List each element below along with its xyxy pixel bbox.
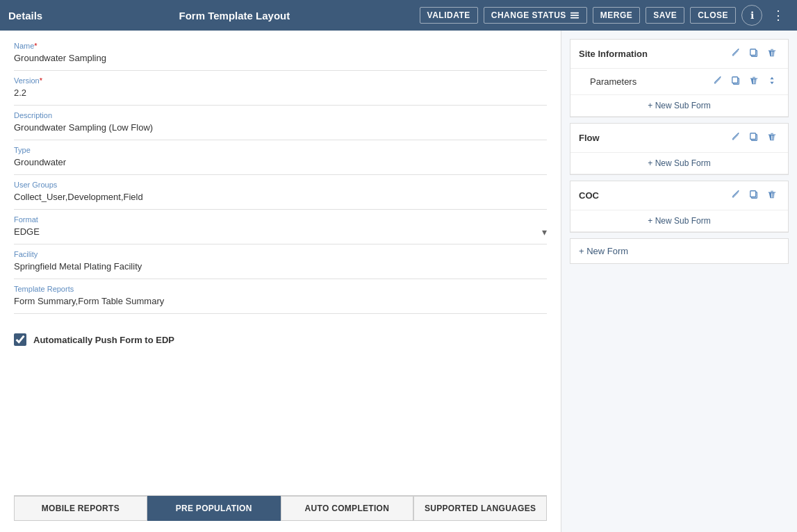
copy-parameters-button[interactable] [728,74,743,89]
copy-flow-button[interactable] [746,131,762,145]
tab-mobile-reports[interactable]: MOBILE REPORTS [14,496,147,521]
left-panel: Name* Groundwater Sampling Version* 2.2 … [0,31,561,532]
form-card-flow: Flow + New Sub Form [570,123,789,175]
edit-site-information-button[interactable] [728,47,743,61]
form-header-flow: Flow [570,124,788,153]
svg-rect-6 [732,77,738,83]
sub-form-actions-parameters [710,74,780,89]
svg-rect-4 [750,49,756,56]
bottom-tabs: MOBILE REPORTS PRE POPULATION AUTO COMPL… [14,495,547,521]
sub-form-name-parameters: Parameters [590,76,636,87]
template-reports-label: Template Reports [14,285,547,293]
facility-field-group: Facility Springfield Metal Plating Facil… [14,250,547,279]
pencil-icon-params [713,76,723,85]
edit-flow-button[interactable] [728,131,743,145]
sub-form-row-parameters: Parameters [570,69,788,95]
change-status-icon [570,10,580,20]
name-label: Name* [14,42,547,50]
description-value: Groundwater Sampling (Low Flow) [14,121,547,134]
copy-icon-flow [749,132,759,142]
auto-push-checkbox-row: Automatically Push Form to EDP [14,333,547,346]
format-value: EDGE [14,225,40,238]
info-button[interactable]: ℹ [741,5,762,26]
type-label: Type [14,146,547,154]
format-label: Format [14,215,547,224]
form-name-flow: Flow [579,133,600,143]
header-title-center: Form Template Layout [55,10,413,22]
pencil-icon [731,48,741,58]
edit-coc-button[interactable] [728,188,743,203]
trash-icon-params [749,76,759,85]
description-field-group: Description Groundwater Sampling (Low Fl… [14,111,547,140]
form-header-coc: COC [570,181,788,210]
copy-icon [749,48,759,58]
delete-site-information-button[interactable] [764,47,780,61]
format-select-row: EDGE ▾ [14,225,547,238]
new-sub-form-button-site-information[interactable]: + New Sub Form [570,95,788,117]
pencil-icon-coc [731,190,741,199]
trash-icon-coc [767,190,777,199]
tab-auto-completion[interactable]: AUTO COMPLETION [281,496,414,521]
name-value: Groundwater Sampling [14,51,547,65]
user-groups-label: User Groups [14,181,547,189]
new-sub-form-button-coc[interactable]: + New Sub Form [570,210,788,232]
new-sub-form-button-flow[interactable]: + New Sub Form [570,153,788,174]
form-name-coc: COC [579,190,599,201]
more-menu-button[interactable]: ⋮ [768,5,789,26]
trash-icon-flow [767,132,777,142]
save-button[interactable]: SAVE [646,7,684,24]
form-name-site-information: Site Information [579,49,648,59]
user-groups-value: Collect_User,Development,Field [14,190,547,203]
change-status-button[interactable]: CHANGE STATUS [484,7,587,24]
form-actions-site-information [728,47,780,61]
type-field-group: Type Groundwater [14,146,547,175]
new-form-button[interactable]: + New Form [570,238,789,264]
template-reports-field-group: Template Reports Form Summary,Form Table… [14,285,547,314]
tab-pre-population[interactable]: PRE POPULATION [147,496,281,521]
format-dropdown-arrow[interactable]: ▾ [542,226,547,238]
delete-coc-button[interactable] [764,188,780,203]
delete-parameters-button[interactable] [746,74,762,89]
form-actions-coc [728,188,780,203]
validate-button[interactable]: VALIDATE [420,7,478,24]
version-label: Version* [14,76,547,85]
edit-parameters-button[interactable] [710,74,725,89]
format-field-group: Format EDGE ▾ [14,215,547,244]
type-value: Groundwater [14,156,547,169]
svg-rect-2 [570,17,579,19]
auto-push-label: Automatically Push Form to EDP [33,335,174,345]
reorder-icon-params [767,76,777,85]
delete-flow-button[interactable] [764,131,780,145]
copy-site-information-button[interactable] [746,47,762,61]
app-header: Details Form Template Layout VALIDATE CH… [0,0,797,31]
svg-rect-0 [570,13,579,14]
header-title-left: Details [8,10,42,22]
pencil-icon-flow [731,132,741,142]
form-card-coc: COC + New Sub Form [570,181,789,233]
more-icon: ⋮ [772,8,784,23]
svg-rect-10 [750,191,756,197]
copy-icon-params [731,76,741,85]
auto-push-checkbox[interactable] [14,333,26,346]
right-panel: Site Information Parameters [561,31,797,532]
reorder-parameters-button[interactable] [764,74,780,89]
copy-coc-button[interactable] [746,188,762,203]
merge-button[interactable]: MERGE [593,7,641,24]
close-button[interactable]: CLOSE [690,7,736,24]
copy-icon-coc [749,190,759,199]
facility-value: Springfield Metal Plating Facility [14,260,547,273]
svg-rect-8 [750,133,756,140]
info-icon: ℹ [750,10,754,21]
user-groups-field-group: User Groups Collect_User,Development,Fie… [14,181,547,210]
form-actions-flow [728,131,780,145]
facility-label: Facility [14,250,547,258]
template-reports-value: Form Summary,Form Table Summary [14,294,547,308]
trash-icon [767,48,777,58]
main-container: Name* Groundwater Sampling Version* 2.2 … [0,31,797,532]
svg-rect-1 [570,15,579,16]
version-field-group: Version* 2.2 [14,76,547,106]
description-label: Description [14,111,547,119]
tab-supported-languages[interactable]: SUPPORTED LANGUAGES [413,496,547,521]
name-field-group: Name* Groundwater Sampling [14,42,547,71]
version-value: 2.2 [14,86,547,99]
